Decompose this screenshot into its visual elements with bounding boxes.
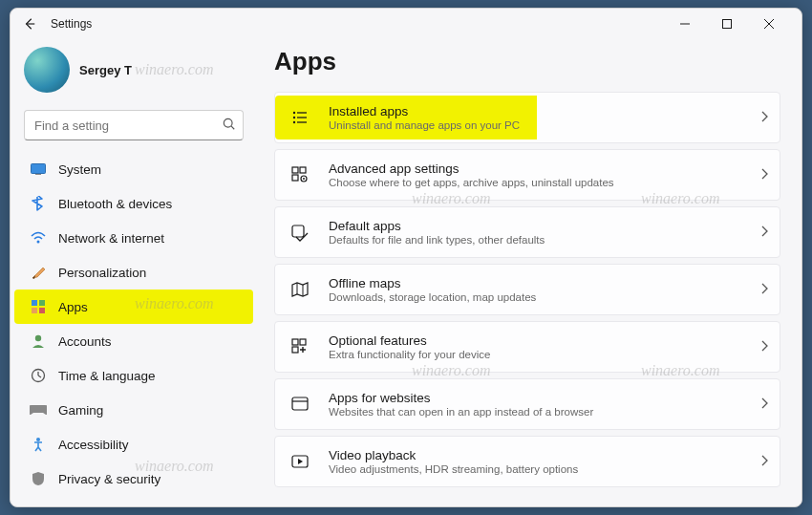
sidebar-item-label: Bluetooth & devices xyxy=(58,197,172,211)
card-subtitle: Websites that can open in an app instead… xyxy=(329,406,760,418)
svg-rect-29 xyxy=(300,339,306,345)
search-icon xyxy=(223,118,236,135)
sidebar-item-label: Gaming xyxy=(58,403,103,418)
sidebar-item-label: Network & internet xyxy=(58,231,164,246)
svg-rect-9 xyxy=(32,308,37,313)
card-title: Optional features xyxy=(329,333,760,348)
profile[interactable]: Sergey T xyxy=(11,43,257,104)
svg-rect-4 xyxy=(32,164,46,174)
avatar xyxy=(24,47,70,93)
clock-globe-icon xyxy=(30,367,47,384)
card-title: Video playback xyxy=(329,448,760,462)
window-title: Settings xyxy=(51,17,92,31)
main-content: Apps Installed apps Uninstall and manage… xyxy=(257,39,801,506)
card-subtitle: Downloads, storage location, map updates xyxy=(329,291,760,303)
gamepad-icon xyxy=(30,401,47,418)
card-video-playback[interactable]: Video playback Video adjustments, HDR st… xyxy=(274,436,780,487)
sidebar-item-network[interactable]: Network & internet xyxy=(14,221,253,255)
card-title: Offline maps xyxy=(329,276,760,290)
svg-rect-25 xyxy=(292,225,304,237)
sidebar-item-privacy[interactable]: Privacy & security xyxy=(14,461,253,496)
svg-rect-22 xyxy=(292,175,298,181)
svg-point-24 xyxy=(303,178,305,180)
plus-grid-icon xyxy=(287,337,313,356)
card-title: Apps for websites xyxy=(329,391,760,405)
window-body: Sergey T System Bluetooth & devices Netw… xyxy=(11,39,801,506)
sidebar-item-label: System xyxy=(58,162,101,177)
card-title: Default apps xyxy=(329,219,760,233)
sidebar-item-accessibility[interactable]: Accessibility xyxy=(14,427,253,461)
svg-point-18 xyxy=(293,121,295,123)
card-subtitle: Extra functionality for your device xyxy=(329,349,760,360)
card-advanced-app-settings[interactable]: Advanced app settings Choose where to ge… xyxy=(274,149,780,201)
maximize-button[interactable] xyxy=(706,11,748,37)
profile-name: Sergey T xyxy=(79,63,132,77)
app-window-icon xyxy=(287,396,313,413)
accessibility-icon xyxy=(30,436,47,453)
sidebar-item-label: Accessibility xyxy=(58,438,129,452)
close-icon xyxy=(764,19,774,29)
chevron-right-icon xyxy=(760,338,768,355)
sidebar-item-accounts[interactable]: Accounts xyxy=(14,324,253,358)
svg-point-2 xyxy=(224,118,232,127)
sidebar-item-apps[interactable]: Apps xyxy=(14,290,253,324)
svg-rect-30 xyxy=(292,347,298,353)
window-controls xyxy=(664,11,790,37)
card-apps-for-websites[interactable]: Apps for websites Websites that can open… xyxy=(274,378,780,430)
shield-icon xyxy=(30,470,47,487)
paintbrush-icon xyxy=(30,264,47,281)
svg-rect-21 xyxy=(300,167,306,173)
video-icon xyxy=(287,454,313,469)
card-offline-maps[interactable]: Offline maps Downloads, storage location… xyxy=(274,264,780,315)
svg-rect-31 xyxy=(292,397,308,410)
sidebar-item-bluetooth[interactable]: Bluetooth & devices xyxy=(14,186,253,221)
sidebar-item-label: Time & language xyxy=(58,369,156,383)
svg-point-13 xyxy=(36,438,40,441)
nav-list: System Bluetooth & devices Network & int… xyxy=(11,152,257,506)
card-subtitle: Choose where to get apps, archive apps, … xyxy=(329,177,760,188)
sidebar: Sergey T System Bluetooth & devices Netw… xyxy=(11,39,257,506)
arrow-left-icon xyxy=(23,17,36,31)
card-title: Installed apps xyxy=(329,104,537,118)
sidebar-item-system[interactable]: System xyxy=(14,152,253,186)
card-subtitle: Uninstall and manage apps on your PC xyxy=(329,119,537,131)
sidebar-item-label: Accounts xyxy=(58,334,112,349)
page-title: Apps xyxy=(274,39,780,92)
svg-point-6 xyxy=(37,241,40,244)
chevron-right-icon xyxy=(760,281,768,298)
card-optional-features[interactable]: Optional features Extra functionality fo… xyxy=(274,321,780,373)
sidebar-item-label: Privacy & security xyxy=(58,472,160,486)
maximize-icon xyxy=(722,19,732,29)
back-button[interactable] xyxy=(22,16,37,32)
close-button[interactable] xyxy=(748,11,790,37)
chevron-right-icon xyxy=(760,453,768,470)
card-installed-apps[interactable]: Installed apps Uninstall and manage apps… xyxy=(274,92,780,143)
sidebar-item-gaming[interactable]: Gaming xyxy=(14,393,253,427)
svg-rect-10 xyxy=(39,308,45,313)
map-icon xyxy=(287,281,313,298)
minimize-button[interactable] xyxy=(664,11,706,37)
card-default-apps[interactable]: Default apps Defaults for file and link … xyxy=(274,206,780,258)
search-input[interactable] xyxy=(24,110,244,140)
svg-point-14 xyxy=(293,112,295,114)
apps-gear-icon xyxy=(287,165,313,184)
card-subtitle: Video adjustments, HDR streaming, batter… xyxy=(329,463,760,475)
svg-line-3 xyxy=(231,126,234,129)
chevron-right-icon xyxy=(760,166,768,183)
svg-rect-1 xyxy=(723,20,732,29)
settings-window: Settings Sergey T System Bluetooth & dev… xyxy=(10,8,802,507)
default-apps-icon xyxy=(287,223,313,242)
minimize-icon xyxy=(680,19,690,29)
card-title: Advanced app settings xyxy=(329,161,760,176)
sidebar-item-label: Personalization xyxy=(58,266,146,280)
svg-rect-7 xyxy=(32,300,37,306)
sidebar-item-personalization[interactable]: Personalization xyxy=(14,255,253,290)
wifi-icon xyxy=(30,229,47,247)
titlebar: Settings xyxy=(11,9,801,39)
svg-rect-28 xyxy=(292,339,298,345)
svg-rect-8 xyxy=(39,300,45,306)
list-icon xyxy=(287,109,313,126)
person-icon xyxy=(30,333,47,350)
search-box xyxy=(24,110,244,140)
sidebar-item-time[interactable]: Time & language xyxy=(14,358,253,393)
